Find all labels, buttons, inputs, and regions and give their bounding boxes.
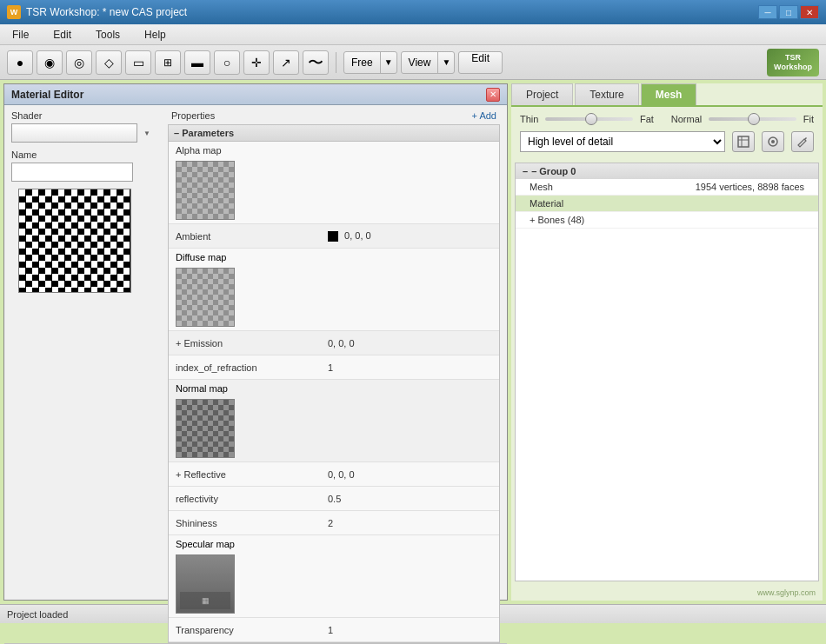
material-label: Material (530, 198, 563, 209)
tab-project[interactable]: Project (511, 83, 573, 105)
tb-circle-btn[interactable]: ● (7, 50, 33, 75)
param-row-emission: + Emission 0, 0, 0 (169, 331, 499, 355)
detail-btn-3[interactable] (791, 131, 814, 152)
menu-tools[interactable]: Tools (90, 27, 125, 43)
separator-1 (336, 52, 336, 73)
watermark: www.sglynp.com (511, 585, 823, 601)
tb-wave-btn[interactable]: 〜 (303, 50, 329, 75)
mesh-row[interactable]: Mesh 1954 vertices, 8898 faces (516, 179, 818, 196)
minimize-button[interactable]: ─ (758, 5, 777, 19)
toolbar: ● ◉ ◎ ◇ ▭ ⊞ ▬ ○ ✛ ↗ 〜 Free ▼ View ▼ Edit… (0, 45, 826, 80)
param-name-ambient: Ambient (169, 228, 321, 245)
shader-select[interactable] (11, 123, 137, 143)
name-input[interactable] (11, 163, 133, 182)
svg-point-2 (771, 140, 775, 143)
param-row-shininess: Shininess 2 (169, 511, 499, 535)
menu-bar: File Edit Tools Help (0, 24, 826, 45)
group-name: – Group 0 (531, 166, 576, 176)
view-dropdown[interactable]: View ▼ (401, 51, 456, 74)
param-value-reflective: 0, 0, 0 (321, 466, 499, 483)
free-dropdown[interactable]: Free ▼ (343, 51, 397, 74)
tab-mesh[interactable]: Mesh (641, 83, 697, 105)
bones-row[interactable]: + Bones (48) (516, 212, 818, 229)
normal-fit-slider[interactable] (709, 117, 796, 121)
param-row-diffuse: Diffuse map (169, 249, 499, 331)
thin-fat-slider-row: Thin Fat Normal Fit (511, 107, 823, 131)
tb-circle4-btn[interactable]: ○ (214, 50, 240, 75)
free-dropdown-arrow: ▼ (380, 52, 396, 73)
param-row-transparency: Transparency 1 (169, 618, 499, 642)
menu-file[interactable]: File (7, 27, 34, 43)
shader-label: Shader (11, 110, 154, 121)
view-dropdown-arrow: ▼ (437, 52, 454, 73)
specular-map-thumb[interactable]: ▦ (176, 554, 235, 614)
thin-fat-thumb[interactable] (585, 113, 597, 125)
mesh-label: Mesh (530, 182, 553, 192)
window-controls: ─ □ ✕ (758, 5, 819, 19)
app-icon: W (7, 5, 21, 19)
param-row-ior: index_of_refraction 1 (169, 355, 499, 380)
param-row-ambient: Ambient 0, 0, 0 (169, 224, 499, 249)
param-row-normalmap: Normal map (169, 380, 499, 462)
normal-fit-thumb[interactable] (748, 113, 760, 125)
param-name-specular: Specular map (169, 535, 242, 553)
detail-btn-2[interactable] (762, 131, 784, 152)
tb-arrow-btn[interactable]: ↗ (273, 50, 299, 75)
tb-diamond-btn[interactable]: ◇ (96, 50, 122, 75)
main-area: Material Editor ✕ Shader Name Properties (0, 80, 826, 604)
tb-grid-btn[interactable]: ⊞ (155, 50, 181, 75)
menu-edit[interactable]: Edit (48, 27, 77, 43)
collapse-icon: – (523, 166, 528, 176)
free-dropdown-label: Free (344, 56, 380, 69)
material-editor-close[interactable]: ✕ (486, 88, 500, 102)
normal-label: Normal (671, 114, 702, 124)
tb-square-btn[interactable]: ▭ (125, 50, 151, 75)
right-panel: Project Texture Mesh Thin Fat Normal Fit… (511, 83, 823, 601)
param-name-alphamap: Alpha map (169, 142, 229, 159)
param-name-transparency: Transparency (169, 621, 321, 639)
detail-select[interactable]: High level of detail Medium level of det… (520, 131, 725, 152)
fit-label: Fit (803, 114, 814, 124)
tb-circle2-btn[interactable]: ◉ (37, 50, 63, 75)
maximize-button[interactable]: □ (779, 5, 798, 19)
param-value-ambient: 0, 0, 0 (321, 227, 499, 245)
mesh-value: 1954 vertices, 8898 faces (696, 182, 804, 192)
thin-label: Thin (520, 114, 538, 124)
params-section: – Parameters Alpha map Ambient 0, 0, 0 (168, 124, 500, 643)
prop-header: Properties + Add (168, 110, 500, 124)
close-button[interactable]: ✕ (800, 5, 819, 19)
param-row-reflectivity: reflectivity 0.5 (169, 487, 499, 511)
material-preview (18, 189, 131, 293)
specular-overlay: ▦ (202, 596, 210, 605)
tsr-logo: TSRWorkshop (767, 49, 819, 76)
param-value-ior: 1 (321, 359, 499, 376)
param-row-reflective: + Reflective 0, 0, 0 (169, 462, 499, 487)
properties-title: Properties (171, 110, 215, 121)
param-value-shininess: 2 (321, 515, 499, 532)
window-title: TSR Workshop: * new CAS project (26, 6, 187, 18)
normal-map-thumb[interactable] (176, 399, 235, 458)
param-name-emission: + Emission (169, 335, 321, 352)
name-label: Name (11, 149, 154, 160)
edit-button[interactable]: Edit (458, 51, 503, 74)
tabs-bar: Project Texture Mesh (511, 83, 823, 107)
detail-btn-1[interactable] (732, 131, 755, 152)
param-name-shininess: Shininess (169, 515, 321, 532)
tab-texture[interactable]: Texture (575, 83, 638, 105)
tb-circle3-btn[interactable]: ◎ (66, 50, 92, 75)
tb-rect-btn[interactable]: ▬ (184, 50, 210, 75)
alpha-map-thumb[interactable] (176, 161, 235, 220)
menu-help[interactable]: Help (139, 27, 171, 43)
add-link[interactable]: + Add (472, 110, 496, 121)
fat-label: Fat (640, 114, 654, 124)
tb-cross-btn[interactable]: ✛ (243, 50, 270, 75)
bones-label: + Bones (48) (530, 215, 584, 225)
view-dropdown-label: View (402, 56, 438, 69)
group-header[interactable]: – – Group 0 (516, 163, 818, 179)
param-value-emission: 0, 0, 0 (321, 335, 499, 352)
param-row-specular: Specular map ▦ (169, 535, 499, 618)
thin-fat-slider[interactable] (545, 117, 633, 121)
diffuse-map-thumb[interactable] (176, 268, 235, 327)
material-row[interactable]: Material (516, 196, 818, 212)
svg-rect-0 (738, 136, 749, 147)
